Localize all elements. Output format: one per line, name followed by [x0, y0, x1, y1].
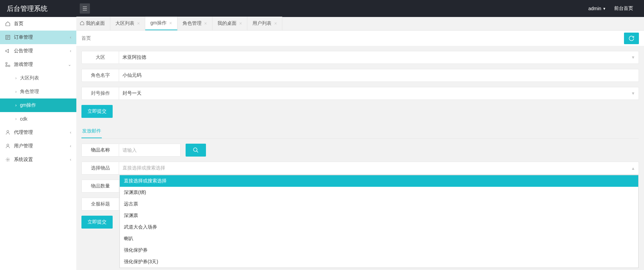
tabs: 我的桌面 大区列表× gm操作× 角色管理× 我的桌面× 用户列表× [76, 17, 644, 31]
char-label: 角色名字 [82, 69, 119, 82]
dropdown-item[interactable]: 强化保护券 [120, 245, 638, 256]
dropdown-item[interactable]: 喇叭 [120, 233, 638, 245]
sidebar-item-user[interactable]: 用户管理 ‹ [0, 139, 76, 153]
chevron-right-icon: › [15, 76, 17, 80]
tab-desktop2[interactable]: 我的桌面× [212, 17, 247, 30]
ban-value: 封号一天 [122, 90, 141, 96]
tab-userlist[interactable]: 用户列表× [247, 17, 282, 30]
dropdown-item[interactable]: 武道大会入场券 [120, 221, 638, 233]
frontpage-link[interactable]: 前台首页 [610, 5, 637, 12]
sidebar-item-orders[interactable]: 订单管理 ‹ [0, 31, 76, 44]
sidebar-sub-label: gm操作 [20, 102, 36, 108]
chevron-left-icon: ‹ [70, 130, 71, 135]
agent-icon [5, 130, 11, 135]
item-name-input[interactable] [119, 144, 180, 156]
logo: 后台管理系统 [0, 0, 76, 17]
dropdown-item[interactable]: 深渊票 [120, 210, 638, 221]
close-icon[interactable]: × [239, 21, 242, 26]
close-icon[interactable]: × [137, 21, 140, 26]
sidebar-label: 代理管理 [14, 129, 33, 136]
sidebar-item-game[interactable]: 游戏管理 ⌄ [0, 58, 76, 71]
user-menu[interactable]: admin ▼ [584, 6, 610, 11]
sidebar-label: 系统设置 [14, 157, 33, 163]
mail-submit-button[interactable]: 立即提交 [81, 216, 113, 229]
sidebar-sub-label: cdk [20, 116, 27, 122]
user-icon [5, 143, 11, 149]
refresh-button[interactable] [624, 33, 639, 44]
sidebar: 首页 订单管理 ‹ 公告管理 ‹ 游戏管理 ⌄ ›大区列表 ›角色管理 ›gm操… [0, 17, 76, 270]
tab-label: 我的桌面 [217, 20, 236, 26]
tab-gm[interactable]: gm操作× [145, 17, 177, 30]
home-icon [5, 21, 11, 26]
tab-label: 大区列表 [115, 20, 134, 26]
submit-button[interactable]: 立即提交 [81, 105, 113, 118]
dropdown-item[interactable]: 直接选择或搜索选择 [120, 175, 638, 187]
close-icon[interactable]: × [274, 21, 277, 26]
ban-select[interactable]: 封号一天 ▼ [119, 87, 639, 100]
svg-rect-3 [8, 65, 10, 67]
tab-label: 角色管理 [183, 20, 202, 26]
select-placeholder: 直接选择或搜索选择 [122, 165, 165, 171]
chevron-right-icon: › [15, 116, 17, 121]
tab-role[interactable]: 角色管理× [177, 17, 212, 30]
chevron-down-icon: ⌄ [68, 62, 71, 67]
svg-point-4 [7, 130, 9, 132]
sidebar-sub-role[interactable]: ›角色管理 [0, 85, 76, 98]
hamburger-button[interactable] [80, 3, 90, 14]
chevron-left-icon: ‹ [70, 49, 71, 53]
search-icon [193, 147, 199, 153]
sidebar-label: 游戏管理 [14, 61, 33, 68]
game-icon [5, 62, 11, 67]
sidebar-sub-cdk[interactable]: ›cdk [0, 112, 76, 126]
select-item-label: 选择物品 [82, 162, 119, 174]
chevron-down-icon: ▼ [603, 7, 606, 11]
svg-rect-2 [6, 65, 7, 67]
close-icon[interactable]: × [169, 20, 172, 26]
chevron-up-icon: ▲ [631, 166, 635, 171]
chevron-down-icon: ▼ [631, 55, 635, 60]
char-input[interactable] [122, 73, 635, 78]
item-name-label: 物品名称 [82, 144, 119, 156]
sidebar-label: 公告管理 [14, 48, 33, 54]
dropdown-item[interactable]: 深渊票(绑) [120, 187, 638, 198]
search-button[interactable] [186, 144, 206, 157]
tab-desktop[interactable]: 我的桌面 [76, 17, 110, 30]
chevron-left-icon: ‹ [70, 144, 71, 148]
tab-label: gm操作 [150, 20, 166, 26]
sidebar-sub-gm[interactable]: ›gm操作 [0, 98, 76, 112]
tab-region[interactable]: 大区列表× [110, 17, 145, 30]
dropdown-item[interactable]: 强化保护券(3天) [120, 256, 638, 268]
tab-label: 我的桌面 [86, 20, 105, 26]
region-select[interactable]: 米亚阿拉德 ▼ [119, 51, 639, 64]
title-label: 全服标题 [82, 198, 119, 210]
chevron-right-icon: › [15, 103, 17, 108]
close-icon[interactable]: × [204, 21, 207, 26]
sidebar-sub-region[interactable]: ›大区列表 [0, 71, 76, 85]
region-label: 大区 [82, 51, 119, 64]
tab-label: 用户列表 [252, 20, 271, 26]
sidebar-item-settings[interactable]: 系统设置 ‹ [0, 153, 76, 166]
svg-rect-1 [6, 62, 7, 64]
select-item-dropdown[interactable]: 直接选择或搜索选择 [119, 162, 639, 174]
sidebar-label: 首页 [14, 21, 23, 27]
svg-point-6 [7, 159, 8, 160]
sidebar-item-announce[interactable]: 公告管理 ‹ [0, 44, 76, 58]
sidebar-item-home[interactable]: 首页 [0, 17, 76, 31]
home-icon [80, 21, 84, 26]
sidebar-sub-label: 大区列表 [20, 75, 39, 81]
menu-icon [82, 6, 88, 11]
chevron-right-icon: › [15, 89, 17, 94]
dropdown-panel: 直接选择或搜索选择 深渊票(绑) 远古票 深渊票 武道大会入场券 喇叭 强化保护… [119, 175, 639, 268]
chevron-left-icon: ‹ [70, 35, 71, 40]
announce-icon [5, 48, 11, 54]
chevron-left-icon: ‹ [70, 157, 71, 162]
breadcrumb: 首页 [81, 35, 91, 41]
chevron-down-icon: ▼ [631, 91, 635, 96]
sidebar-label: 用户管理 [14, 143, 33, 149]
tab-mail[interactable]: 发放邮件 [81, 125, 102, 138]
gear-icon [5, 157, 11, 162]
dropdown-item[interactable]: 远古票 [120, 198, 638, 210]
qty-label: 物品数量 [82, 180, 119, 192]
sidebar-sub-label: 角色管理 [20, 89, 39, 95]
sidebar-item-agent[interactable]: 代理管理 ‹ [0, 126, 76, 139]
